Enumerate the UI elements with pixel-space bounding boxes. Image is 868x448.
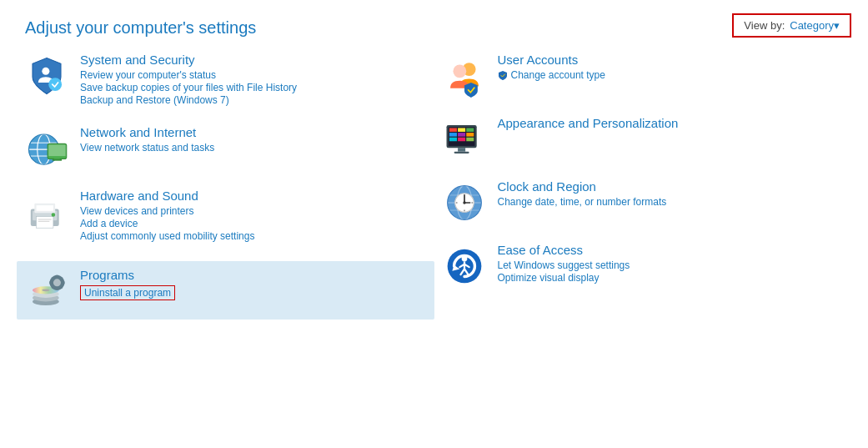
- shield-small-icon: [498, 70, 508, 80]
- backup-files-link[interactable]: Save backup copies of your files with Fi…: [80, 82, 426, 93]
- svg-point-27: [53, 279, 61, 286]
- network-status-link[interactable]: View network status and tasks: [80, 142, 426, 154]
- devices-printers-link[interactable]: View devices and printers: [80, 205, 426, 217]
- svg-rect-11: [54, 157, 60, 159]
- uninstall-program-link[interactable]: Uninstall a program: [80, 285, 175, 300]
- view-by-value[interactable]: Category▾: [790, 19, 840, 32]
- svg-rect-40: [458, 133, 465, 137]
- svg-rect-36: [449, 128, 456, 132]
- main-content: System and Security Review your computer…: [0, 53, 868, 338]
- user-accounts-title[interactable]: User Accounts: [498, 53, 844, 67]
- svg-rect-37: [458, 128, 465, 132]
- clock-text: Clock and Region Change date, time, or n…: [498, 179, 844, 209]
- svg-point-19: [52, 213, 56, 217]
- ease-of-access-text: Ease of Access Let Windows suggest setti…: [498, 243, 844, 284]
- view-by-label: View by:: [744, 19, 785, 32]
- review-status-link[interactable]: Review your computer's status: [80, 69, 426, 81]
- category-system-security: System and Security Review your computer…: [25, 53, 426, 107]
- ease-of-access-icon: [443, 244, 486, 288]
- svg-rect-10: [53, 159, 62, 160]
- backup-restore-link[interactable]: Backup and Restore (Windows 7): [80, 94, 426, 106]
- svg-rect-43: [458, 138, 465, 142]
- svg-point-33: [453, 64, 466, 78]
- svg-rect-38: [466, 128, 474, 132]
- svg-rect-31: [62, 281, 64, 285]
- date-time-link[interactable]: Change date, time, or number formats: [498, 196, 844, 208]
- svg-rect-28: [55, 275, 59, 278]
- svg-point-25: [42, 289, 49, 292]
- appearance-title[interactable]: Appearance and Personalization: [498, 116, 844, 130]
- svg-rect-46: [454, 152, 469, 154]
- suggest-settings-link[interactable]: Let Windows suggest settings: [498, 259, 844, 271]
- category-user-accounts: User Accounts Change account type: [443, 53, 844, 98]
- svg-rect-39: [449, 133, 456, 137]
- system-security-title[interactable]: System and Security: [80, 53, 426, 67]
- svg-rect-29: [55, 287, 59, 289]
- right-panel: User Accounts Change account type: [434, 53, 852, 338]
- change-account-type-link[interactable]: Change account type: [511, 69, 605, 81]
- category-programs: Programs Uninstall a program: [17, 261, 434, 320]
- user-accounts-icon: [443, 54, 486, 98]
- svg-rect-45: [458, 148, 465, 152]
- system-security-icon: [25, 54, 68, 98]
- appearance-icon: [443, 118, 486, 161]
- hardware-icon: [25, 190, 68, 234]
- category-ease-of-access: Ease of Access Let Windows suggest setti…: [443, 243, 844, 288]
- add-device-link[interactable]: Add a device: [80, 218, 426, 229]
- svg-point-1: [48, 78, 62, 91]
- clock-title[interactable]: Clock and Region: [498, 179, 844, 194]
- svg-rect-30: [49, 281, 52, 285]
- svg-rect-9: [48, 144, 65, 156]
- category-clock: Clock and Region Change date, time, or n…: [443, 179, 844, 224]
- svg-rect-44: [466, 138, 474, 142]
- view-by-control[interactable]: View by: Category▾: [732, 13, 851, 38]
- mobility-settings-link[interactable]: Adjust commonly used mobility settings: [80, 230, 426, 242]
- programs-title[interactable]: Programs: [80, 268, 426, 282]
- ease-of-access-title[interactable]: Ease of Access: [498, 243, 844, 257]
- category-hardware: Hardware and Sound View devices and prin…: [25, 189, 426, 243]
- svg-rect-15: [37, 205, 53, 211]
- appearance-text: Appearance and Personalization: [498, 116, 844, 133]
- programs-text: Programs Uninstall a program: [80, 268, 426, 301]
- svg-point-0: [42, 68, 49, 75]
- svg-rect-42: [449, 138, 456, 142]
- visual-display-link[interactable]: Optimize visual display: [498, 272, 844, 284]
- svg-rect-41: [466, 133, 474, 137]
- left-panel: System and Security Review your computer…: [17, 53, 434, 338]
- system-security-text: System and Security Review your computer…: [80, 53, 426, 107]
- user-accounts-text: User Accounts Change account type: [498, 53, 844, 81]
- hardware-text: Hardware and Sound View devices and prin…: [80, 189, 426, 243]
- svg-rect-16: [37, 217, 53, 229]
- hardware-title[interactable]: Hardware and Sound: [80, 189, 426, 203]
- category-network: Network and Internet View network status…: [25, 125, 426, 170]
- category-appearance: Appearance and Personalization: [443, 116, 844, 161]
- svg-point-63: [461, 256, 467, 262]
- network-text: Network and Internet View network status…: [80, 125, 426, 154]
- network-title[interactable]: Network and Internet: [80, 125, 426, 139]
- network-icon: [25, 127, 68, 170]
- clock-icon: [443, 181, 486, 224]
- programs-icon: [25, 269, 68, 313]
